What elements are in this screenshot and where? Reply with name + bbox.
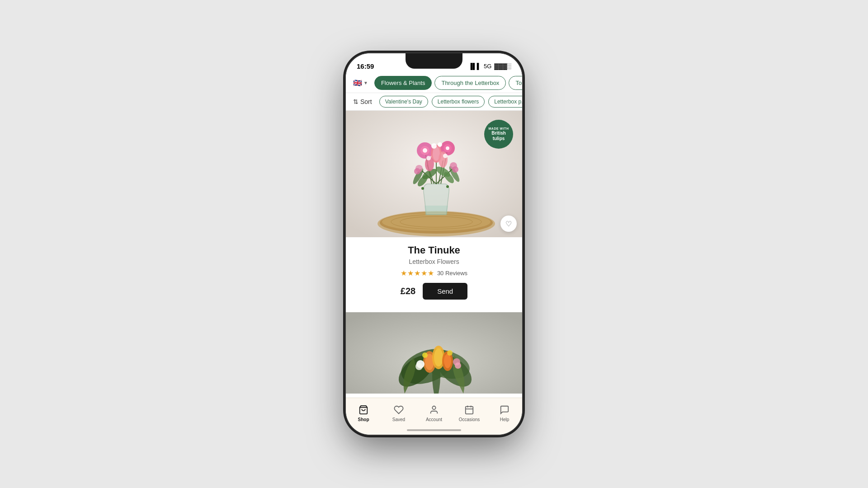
- svg-rect-60: [466, 407, 473, 414]
- svg-point-59: [432, 406, 435, 409]
- saved-label: Saved: [392, 417, 405, 422]
- svg-point-51: [444, 354, 451, 368]
- nav-tabs: 🇬🇧 ▼ Flowers & Plants Through the Letter…: [346, 73, 522, 93]
- notch: [406, 53, 462, 69]
- home-indicator: [407, 429, 461, 431]
- status-time: 16:59: [357, 62, 374, 70]
- product-image-2-svg: [346, 312, 522, 394]
- badge-main-text: British: [491, 131, 506, 136]
- svg-point-37: [452, 166, 458, 173]
- star-rating: ★★★★★: [401, 269, 434, 277]
- product-info: The Tinuke Letterbox Flowers ★★★★★ 30 Re…: [346, 237, 522, 300]
- svg-point-28: [439, 151, 448, 168]
- badge-text: MADE WITH: [489, 127, 509, 131]
- svg-point-39: [446, 185, 449, 188]
- british-tulips-badge: MADE WITH British tulips: [484, 120, 513, 149]
- svg-point-31: [438, 142, 442, 147]
- chevron-down-icon: ▼: [363, 80, 368, 85]
- svg-point-53: [415, 363, 423, 370]
- filter-valentines[interactable]: Valentine's Day: [379, 96, 428, 108]
- account-icon: [429, 404, 439, 415]
- price-row: £28 Send: [355, 283, 513, 300]
- product-subtitle: Letterbox Flowers: [355, 258, 513, 265]
- heart-icon: ♡: [505, 220, 512, 228]
- occasions-label: Occasions: [459, 417, 480, 422]
- signal-icon: ▐▌▌: [468, 63, 481, 70]
- flag-icon: 🇬🇧: [353, 79, 362, 87]
- network-label: 5G: [484, 63, 491, 70]
- sort-icon: ⇅: [353, 98, 359, 105]
- send-button[interactable]: Send: [423, 283, 467, 300]
- product-list: MADE WITH British tulips ♡ The Tinuke Le…: [346, 111, 522, 402]
- badge-sub-text: tulips: [493, 136, 505, 141]
- tab-to-the[interactable]: To the...: [509, 76, 522, 90]
- filter-letterbox-p[interactable]: Letterbox p...: [488, 96, 522, 108]
- occasions-icon: [464, 404, 475, 415]
- saved-icon: [393, 404, 404, 415]
- svg-point-35: [414, 168, 420, 174]
- account-label: Account: [426, 417, 442, 422]
- svg-point-38: [421, 187, 424, 190]
- svg-point-22: [423, 148, 427, 153]
- review-count: 30 Reviews: [437, 270, 467, 277]
- filter-bar: ⇅ Sort Valentine's Day Letterbox flowers…: [346, 93, 522, 111]
- product-price: £28: [401, 286, 415, 296]
- product-card-2[interactable]: [346, 312, 522, 395]
- svg-point-30: [431, 143, 437, 149]
- svg-point-56: [422, 352, 428, 358]
- nav-saved[interactable]: Saved: [381, 402, 416, 425]
- tab-through-letterbox[interactable]: Through the Letterbox: [434, 76, 506, 90]
- help-label: Help: [500, 417, 509, 422]
- svg-point-55: [455, 362, 461, 369]
- product-image-container[interactable]: MADE WITH British tulips ♡: [346, 111, 522, 237]
- svg-point-25: [446, 146, 449, 150]
- tab-flowers-plants[interactable]: Flowers & Plants: [374, 76, 432, 90]
- nav-account[interactable]: Account: [416, 402, 452, 425]
- sort-button[interactable]: ⇅ Sort: [349, 96, 376, 108]
- phone-screen: 16:59 ▐▌▌ 5G ▓▓▓░ 🇬🇧 ▼ Flowers & Plants …: [346, 53, 522, 435]
- nav-help[interactable]: Help: [487, 402, 522, 425]
- filter-letterbox-flowers[interactable]: Letterbox flowers: [432, 96, 485, 108]
- svg-point-4: [382, 213, 491, 231]
- language-selector[interactable]: 🇬🇧 ▼: [349, 76, 372, 90]
- bottom-nav: Shop Saved Account: [346, 398, 522, 435]
- nav-occasions[interactable]: Occasions: [452, 402, 487, 425]
- sort-label: Sort: [360, 98, 372, 105]
- help-icon: [499, 404, 510, 415]
- shop-label: Shop: [358, 417, 369, 422]
- battery-icon: ▓▓▓░: [494, 63, 511, 70]
- wishlist-button[interactable]: ♡: [500, 216, 517, 232]
- svg-point-33: [443, 154, 448, 158]
- product-name[interactable]: The Tinuke: [355, 244, 513, 256]
- svg-point-57: [447, 350, 453, 356]
- nav-shop[interactable]: Shop: [346, 402, 381, 425]
- status-icons: ▐▌▌ 5G ▓▓▓░: [468, 63, 511, 70]
- shop-icon: [358, 404, 369, 415]
- phone-frame: 16:59 ▐▌▌ 5G ▓▓▓░ 🇬🇧 ▼ Flowers & Plants …: [346, 53, 522, 435]
- svg-point-32: [426, 156, 431, 160]
- svg-point-49: [434, 348, 443, 366]
- stars-row: ★★★★★ 30 Reviews: [355, 269, 513, 277]
- product-card-tinuke: MADE WITH British tulips ♡ The Tinuke Le…: [346, 111, 522, 309]
